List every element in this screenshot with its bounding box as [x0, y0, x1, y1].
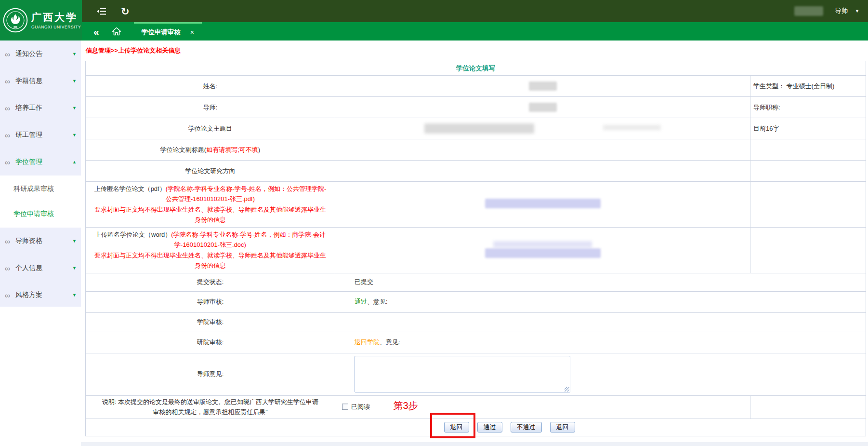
link-icon: ∞: [5, 50, 15, 58]
student-type-value: 学生类型： 专业硕士(全日制): [750, 76, 866, 97]
word-anonymity-warning: 要求封面与正文均不得出现毕业生姓名、就读学校、导师姓名及其他能够透露毕业生身份的…: [92, 250, 329, 271]
sidebar-item-training[interactable]: ∞ 培养工作 ▼: [0, 95, 81, 122]
thesis-form-table: 学位论文填写 姓名: 学生类型： 专业硕士(全日制) 导师: 导师职称: 学位论…: [85, 61, 866, 436]
table-row: 学位论文研究方向: [86, 161, 866, 182]
table-row: 导师: 导师职称:: [86, 97, 866, 118]
link-icon: ∞: [5, 291, 15, 299]
table-row: 研院审核: 退回学院、意见:: [86, 332, 866, 353]
link-icon: ∞: [5, 237, 15, 245]
tab-degree-application-review[interactable]: 学位申请审核 ×: [134, 22, 202, 41]
table-row: 姓名: 学生类型： 专业硕士(全日制): [86, 76, 866, 97]
chevron-down-icon: ▼: [72, 106, 77, 110]
chevron-up-icon: ▲: [72, 160, 77, 164]
advisor-review-label: 导师审核:: [86, 291, 335, 312]
brand-name-en: GUANGXI UNIVERSITY: [31, 25, 81, 29]
tab-bar: « 学位申请审核 ×: [82, 22, 868, 41]
upload-pdf-label: 上传匿名学位论文（pdf）(学院名称-学科专业名称-学号-姓名，例如：公共管理学…: [86, 182, 335, 228]
declaration-note: 说明: 本次提交的论文是最终的送审版论文。您已知晓广西大学研究生学位申请审核的相…: [86, 395, 335, 419]
sidebar: ∞ 通知公告 ▼ ∞ 学籍信息 ▼ ∞ 培养工作 ▼ ∞ 研工管理 ▼ ∞ 学位…: [0, 41, 81, 307]
chevron-down-icon: ▼: [72, 239, 77, 243]
chevron-down-icon: ▼: [72, 133, 77, 137]
subtitle-label: 学位论文副标题(如有请填写;可不填): [86, 139, 335, 161]
read-checkbox[interactable]: [342, 404, 348, 410]
research-direction-value-empty[interactable]: [335, 161, 750, 182]
top-header-bar: ↻ 导师 ▼: [82, 0, 868, 22]
brand-name-zh: 广西大学: [31, 11, 81, 23]
link-icon: ∞: [5, 264, 15, 272]
advisor-label: 导师:: [86, 97, 335, 118]
table-row: 退回 第3步 通过 不通过 返回: [86, 419, 866, 436]
sidebar-item-degree-application-review[interactable]: 学位申请审核: [0, 202, 81, 227]
college-review-value-empty: [335, 312, 866, 332]
read-checkbox-label: 已阅读: [351, 403, 370, 410]
sidebar-item-research-affairs[interactable]: ∞ 研工管理 ▼: [0, 122, 81, 149]
link-icon: ∞: [5, 104, 15, 112]
word-file-link-redacted[interactable]: [485, 241, 601, 259]
pdf-anonymity-warning: 要求封面与正文均不得出现毕业生姓名、就读学校、导师姓名及其他能够透露毕业生身份的…: [92, 204, 329, 225]
name-label: 姓名:: [86, 76, 335, 97]
table-row: 导师意见:: [86, 353, 866, 395]
thesis-title-value-redacted: [424, 123, 534, 134]
research-direction-label: 学位论文研究方向: [86, 161, 335, 182]
table-row: 导师审核: 通过、意见:: [86, 291, 866, 312]
table-row: 说明: 本次提交的论文是最终的送审版论文。您已知晓广西大学研究生学位申请审核的相…: [86, 395, 866, 419]
thesis-title-value-redacted-2: [603, 125, 661, 130]
user-role-label[interactable]: 导师: [835, 7, 848, 15]
advisor-review-value: 通过、意见:: [335, 291, 866, 312]
thesis-title-label: 学位论文主题目: [86, 118, 335, 139]
degree-management-submenu: 科研成果审核 学位申请审核: [0, 176, 81, 228]
tab-label: 学位申请审核: [142, 28, 181, 37]
chevron-down-icon: ▼: [72, 52, 77, 56]
table-row: 上传匿名学位论文（word）(学院名称-学科专业名称-学号-姓名，例如：商学院-…: [86, 227, 866, 273]
table-row: 学位论文主题目 目前16字: [86, 118, 866, 139]
advisor-review-status: 通过: [355, 298, 367, 305]
chevron-down-icon: ▼: [72, 266, 77, 270]
chevron-down-icon: ▼: [72, 79, 77, 83]
pdf-file-link-redacted[interactable]: [485, 199, 601, 208]
user-name-redacted: [794, 6, 823, 16]
bottom-strip: [81, 442, 868, 446]
upload-word-label: 上传匿名学位论文（word）(学院名称-学科专业名称-学号-姓名，例如：商学院-…: [86, 227, 335, 273]
tab-close-icon[interactable]: ×: [190, 28, 194, 36]
reject-button[interactable]: 不通过: [511, 422, 542, 432]
grad-school-review-status: 退回学院: [355, 338, 380, 346]
sidebar-item-style-scheme[interactable]: ∞ 风格方案 ▼: [0, 282, 81, 309]
collapse-menu-icon[interactable]: [96, 8, 106, 15]
sidebar-item-student-status[interactable]: ∞ 学籍信息 ▼: [0, 68, 81, 95]
return-back-button[interactable]: 退回: [444, 422, 469, 432]
breadcrumb: 信息管理>>上传学位论文相关信息: [81, 41, 868, 55]
sidebar-item-research-result-review[interactable]: 科研成果审核: [0, 176, 81, 202]
submit-status-label: 提交状态:: [86, 273, 335, 291]
subtitle-value-empty[interactable]: [335, 139, 750, 161]
approve-button[interactable]: 通过: [477, 422, 502, 432]
advisor-opinion-textarea[interactable]: [355, 356, 570, 392]
advisor-value-redacted: [529, 103, 557, 112]
link-icon: ∞: [5, 131, 15, 139]
action-buttons-row: 退回 第3步 通过 不通过 返回: [86, 422, 866, 432]
form-title: 学位论文填写: [86, 61, 866, 76]
college-review-label: 学院审核:: [86, 312, 335, 332]
sidebar-item-degree-management[interactable]: ∞ 学位管理 ▲: [0, 149, 81, 176]
grad-school-review-label: 研院审核:: [86, 332, 335, 353]
name-value-redacted: [529, 81, 557, 91]
sidebar-item-personal-info[interactable]: ∞ 个人信息 ▼: [0, 255, 81, 282]
submit-status-value: 已提交: [335, 273, 866, 291]
char-count-note: 目前16字: [750, 118, 866, 139]
go-back-button[interactable]: 返回: [550, 422, 575, 432]
main-content: 信息管理>>上传学位论文相关信息 学位论文填写 姓名: 学生类型： 专业硕士(全…: [81, 41, 868, 446]
home-icon[interactable]: [112, 27, 121, 36]
advisor-title-label: 导师职称:: [750, 97, 866, 118]
user-dropdown-caret-icon[interactable]: ▼: [855, 9, 859, 14]
resize-grip-icon[interactable]: [565, 387, 569, 392]
chevron-down-icon: ▼: [72, 293, 77, 297]
refresh-icon[interactable]: ↻: [121, 6, 130, 16]
table-row: 提交状态: 已提交: [86, 273, 866, 291]
university-emblem-icon: [2, 7, 28, 33]
advisor-opinion-label: 导师意见:: [86, 353, 335, 395]
link-icon: ∞: [5, 77, 15, 85]
sidebar-item-advisor-qualification[interactable]: ∞ 导师资格 ▼: [0, 228, 81, 255]
collapse-tabs-icon[interactable]: «: [93, 27, 99, 37]
university-logo-block: 广西大学 GUANGXI UNIVERSITY: [0, 0, 82, 41]
link-icon: ∞: [5, 158, 15, 166]
sidebar-item-notices[interactable]: ∞ 通知公告 ▼: [0, 41, 81, 68]
